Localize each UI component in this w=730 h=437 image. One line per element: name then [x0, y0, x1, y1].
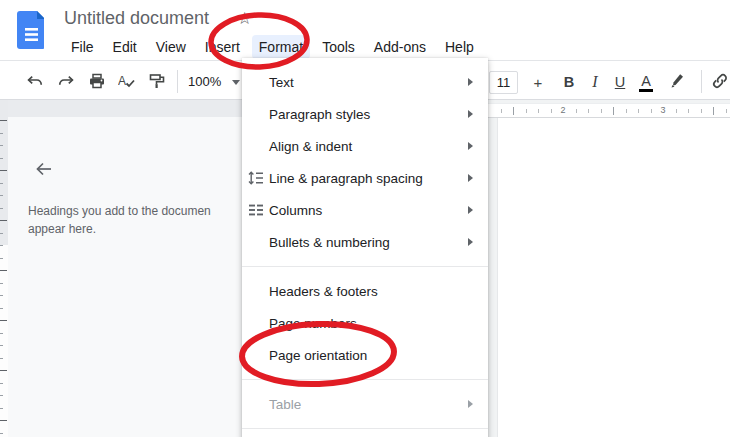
ruler-tick [0, 358, 3, 359]
ruler-tick [626, 109, 627, 113]
font-size-input[interactable]: 11 [489, 71, 518, 94]
bold-button[interactable]: B [559, 71, 579, 93]
ruler-tick [676, 109, 677, 113]
document-title[interactable]: Untitled document [64, 8, 209, 29]
ruler-tick [0, 158, 3, 159]
menubar-item-insert[interactable]: Insert [198, 35, 247, 59]
ruler-tick [0, 145, 3, 146]
ruler-tick [0, 395, 3, 396]
ruler-tick [688, 109, 689, 113]
outline-placeholder-text: Headings you add to the documen appear h… [28, 202, 240, 238]
menubar-item-add-ons[interactable]: Add-ons [367, 35, 433, 59]
ruler-tick [0, 270, 7, 271]
ruler-tick [713, 107, 714, 115]
submenu-arrow-icon [468, 206, 473, 214]
menu-item-bullets-numbering[interactable]: Bullets & numbering [242, 226, 488, 258]
menu-divider [242, 379, 488, 380]
menu-item-label: Align & indent [269, 139, 468, 154]
ruler-tick [0, 345, 3, 346]
ruler-tick [0, 220, 7, 221]
star-icon[interactable]: ☆ [237, 8, 252, 29]
menu-item-align-indent[interactable]: Align & indent [242, 130, 488, 162]
menu-item-label: Paragraph styles [269, 107, 468, 122]
menubar-item-file[interactable]: File [64, 35, 101, 59]
italic-button[interactable]: I [585, 71, 605, 93]
ruler-tick [0, 320, 7, 321]
columns-icon [248, 202, 264, 218]
menu-item-page-orientation[interactable]: Page orientation [242, 339, 488, 371]
menu-item-line-paragraph-spacing[interactable]: Line & paragraph spacing [242, 162, 488, 194]
submenu-arrow-icon [468, 142, 473, 150]
menu-item-text[interactable]: Text [242, 66, 488, 98]
redo-icon[interactable] [57, 72, 75, 90]
ruler-tick [0, 433, 3, 434]
menu-divider [242, 428, 488, 429]
menu-item-paragraph-styles[interactable]: Paragraph styles [242, 98, 488, 130]
insert-link-icon[interactable] [711, 72, 729, 90]
menu-item-label: Line & paragraph spacing [269, 171, 468, 186]
ruler-tick [0, 333, 3, 334]
menubar: FileEditViewInsertFormatToolsAdd-onsHelp [64, 35, 486, 58]
header: Untitled document ☆ FileEditViewInsertFo… [0, 0, 730, 61]
toolbar-divider [701, 70, 702, 93]
ruler-tick [588, 109, 589, 113]
close-outline-arrow-icon[interactable] [34, 159, 54, 179]
underline-button[interactable]: U [610, 71, 630, 93]
ruler-tick [0, 420, 7, 421]
current-color-swatch [639, 89, 653, 92]
menubar-item-view[interactable]: View [149, 35, 193, 59]
ruler-tick [0, 308, 3, 309]
spellcheck-icon[interactable]: A [118, 72, 136, 90]
menu-item-columns[interactable]: Columns [242, 194, 488, 226]
vertical-ruler[interactable] [0, 100, 8, 437]
menu-divider [242, 266, 488, 267]
menu-item-page-numbers[interactable]: Page numbers [242, 307, 488, 339]
document-page[interactable] [497, 118, 730, 437]
ruler-tick [0, 208, 3, 209]
increase-font-size-button[interactable]: + [529, 71, 547, 93]
menu-item-headers-footers[interactable]: Headers & footers [242, 275, 488, 307]
ruler-tick [0, 170, 7, 171]
ruler-tick [701, 109, 702, 113]
ruler-tick [0, 233, 3, 234]
menubar-item-edit[interactable]: Edit [106, 35, 144, 59]
text-color-label: A [641, 73, 651, 89]
menubar-item-help[interactable]: Help [438, 35, 481, 59]
outline-placeholder-line2: appear here. [28, 220, 240, 238]
ruler-tick [0, 120, 7, 121]
ruler-tick [613, 107, 614, 115]
paint-format-icon[interactable] [148, 72, 166, 90]
undo-icon[interactable] [26, 72, 44, 90]
toolbar-divider [177, 70, 178, 93]
menu-item-label: Page numbers [269, 316, 476, 331]
ruler-tick [0, 383, 3, 384]
menubar-item-tools[interactable]: Tools [315, 35, 362, 59]
zoom-select[interactable]: 100% [188, 74, 240, 89]
submenu-arrow-icon [468, 78, 473, 86]
menu-item-label: Headers & footers [269, 284, 476, 299]
menu-item-label: Text [269, 75, 468, 90]
ruler-number: 3 [660, 105, 665, 115]
ruler-tick [0, 258, 3, 259]
print-icon[interactable] [88, 72, 106, 90]
ruler-corner-band [0, 100, 242, 117]
ruler-tick [0, 195, 3, 196]
zoom-value: 100% [188, 74, 221, 89]
highlight-color-icon[interactable] [669, 72, 687, 90]
format-menu: TextParagraph stylesAlign & indentLine &… [242, 58, 488, 437]
menu-item-icon-placeholder [248, 138, 264, 154]
menu-item-icon-placeholder [248, 347, 264, 363]
ruler-tick [538, 109, 539, 113]
menu-item-table: Table [242, 388, 488, 420]
ruler-tick [501, 109, 502, 113]
ruler-tick [576, 109, 577, 113]
menubar-item-format[interactable]: Format [252, 35, 310, 59]
ruler-tick [726, 109, 727, 113]
ruler-tick [0, 370, 7, 371]
ruler-tick [601, 109, 602, 113]
google-docs-logo-icon[interactable] [17, 11, 44, 49]
ruler-tick [0, 408, 3, 409]
ruler-tick [513, 107, 514, 115]
text-color-button[interactable]: A [636, 71, 656, 93]
menu-item-label: Page orientation [269, 348, 476, 363]
